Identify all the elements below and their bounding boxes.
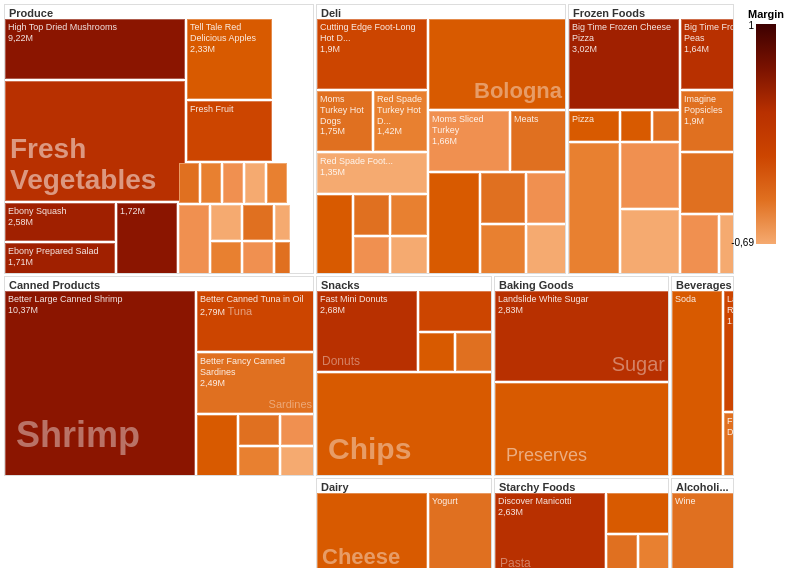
section-baking: Baking Goods Landslide White Sugar2,83M … [494, 276, 669, 476]
cell-st1[interactable] [607, 493, 669, 533]
cell-p3[interactable] [223, 163, 243, 203]
canned-title: Canned Products [9, 279, 100, 291]
cell-d3[interactable] [391, 195, 427, 235]
cell-p12[interactable] [275, 242, 290, 274]
section-snacks: Snacks Fast Mini Donuts2,68M Donuts Chip… [316, 276, 492, 476]
cell-s3[interactable] [456, 333, 492, 371]
cell-st2[interactable] [607, 535, 637, 568]
legend-area: Margin 1 -0,69 [736, 4, 796, 564]
cell-f1[interactable] [621, 111, 651, 141]
cell-pizza[interactable]: Pizza [569, 111, 619, 141]
cell-f8[interactable] [681, 215, 718, 274]
cell-flavored[interactable]: Flavored Drinks [724, 413, 734, 476]
main-container: Produce High Top Dried Mushrooms9,22M Te… [0, 0, 800, 568]
cell-p9[interactable] [211, 242, 241, 274]
cell-c5[interactable] [281, 447, 314, 476]
cell-sliced-turkey[interactable]: Moms Sliced Turkey1,66M [429, 111, 509, 171]
cell-p1[interactable] [179, 163, 199, 203]
cell-d6[interactable] [429, 173, 479, 274]
cell-chips[interactable]: Chips [317, 373, 492, 476]
cell-s2[interactable] [419, 333, 454, 371]
legend-min: -0,69 [731, 237, 754, 248]
cell-sardines[interactable]: Better Fancy Canned Sardines2,49M Sardin… [197, 353, 314, 413]
cell-sugar[interactable]: Landslide White Sugar2,83M Sugar [495, 291, 669, 381]
cell-p11[interactable] [275, 205, 290, 240]
cell-d8[interactable] [481, 225, 525, 274]
cell-salad[interactable]: Ebony Prepared Salad1,71M [5, 243, 115, 274]
cell-meats[interactable]: Meats [511, 111, 566, 171]
section-deli: Deli Cutting Edge Foot-Long Hot D...1,9M… [316, 4, 566, 274]
section-produce: Produce High Top Dried Mushrooms9,22M Te… [4, 4, 314, 274]
cell-frozen-peas[interactable]: Big Time Frozen Peas1,64M [681, 19, 734, 89]
cell-mushrooms[interactable]: High Top Dried Mushrooms9,22M [5, 19, 185, 79]
cell-cutting-edge[interactable]: Cutting Edge Foot-Long Hot D...1,9M [317, 19, 427, 89]
section-starchy: Starchy Foods Discover Manicotti2,63M Pa… [494, 478, 669, 568]
cell-produce-bottom[interactable]: 1,72M [117, 203, 177, 274]
legend-max: 1 [748, 20, 754, 31]
cell-p5[interactable] [267, 163, 287, 203]
cell-coffee[interactable]: Landslide French Roast Coffee1,57M [724, 291, 734, 411]
cell-p6[interactable] [179, 205, 209, 274]
cell-c4[interactable] [281, 415, 314, 445]
cell-f4[interactable] [621, 143, 679, 208]
cell-tuna[interactable]: Better Canned Tuna in Oil2,79M Tuna [197, 291, 314, 351]
legend-gradient [756, 24, 776, 244]
cell-p7[interactable] [211, 205, 241, 240]
cell-red-spade-turkey[interactable]: Red Spade Turkey Hot D...1,42M [374, 91, 427, 151]
cell-s1[interactable] [419, 291, 492, 331]
deli-title: Deli [321, 7, 341, 19]
cell-d9[interactable] [527, 173, 566, 223]
cell-d4[interactable] [354, 237, 389, 274]
cell-c3[interactable] [239, 447, 279, 476]
cell-yogurt[interactable]: Yogurt [429, 493, 492, 568]
section-frozen: Frozen Foods Big Time Frozen Cheese Pizz… [568, 4, 734, 274]
cell-popsicles[interactable]: Imagine Popsicles1,9M [681, 91, 734, 151]
cell-d7[interactable] [481, 173, 525, 223]
chart-area: Produce High Top Dried Mushrooms9,22M Te… [4, 4, 734, 564]
section-canned: Canned Products Better Large Canned Shri… [4, 276, 314, 476]
cell-cheese-pizza[interactable]: Big Time Frozen Cheese Pizza3,02M [569, 19, 679, 109]
cell-apples[interactable]: Tell Tale Red Delicious Apples2,33M [187, 19, 272, 99]
bot-row: Dairy Cheese Yogurt Starchy Foods Discov… [4, 478, 734, 568]
produce-title: Produce [9, 7, 53, 19]
cell-c1[interactable] [197, 415, 237, 476]
cell-d10[interactable] [527, 225, 566, 274]
cell-f6[interactable] [681, 153, 734, 213]
dairy-title: Dairy [321, 481, 349, 493]
mid-row: Canned Products Better Large Canned Shri… [4, 276, 734, 476]
cell-c2[interactable] [239, 415, 279, 445]
cell-fresh-fruit[interactable]: Fresh Fruit [187, 101, 272, 161]
legend-title: Margin [748, 8, 784, 20]
cell-d2[interactable] [354, 195, 389, 235]
cell-f5[interactable] [621, 210, 679, 274]
cell-p8[interactable] [243, 205, 273, 240]
cell-wine[interactable]: Wine [672, 493, 734, 568]
cell-shrimp[interactable]: Better Large Canned Shrimp10,37M Shrimp [5, 291, 195, 476]
cell-moms-turkey[interactable]: Moms Turkey Hot Dogs1,75M [317, 91, 372, 151]
cell-st3[interactable] [639, 535, 669, 568]
alcoholic-title: Alcoholi... [676, 481, 729, 493]
spacer-bottom-left [4, 478, 314, 568]
cell-donuts[interactable]: Fast Mini Donuts2,68M Donuts [317, 291, 417, 371]
cell-squash[interactable]: Ebony Squash2,58M [5, 203, 115, 241]
cell-red-spade-foot[interactable]: Red Spade Foot...1,35M [317, 153, 427, 193]
baking-title: Baking Goods [499, 279, 574, 291]
cell-p2[interactable] [201, 163, 221, 203]
cell-bologna[interactable]: Bologna [429, 19, 566, 109]
cell-d1[interactable] [317, 195, 352, 274]
cell-preserves[interactable]: Preserves [495, 383, 669, 476]
cell-manicotti[interactable]: Discover Manicotti2,63M Pasta [495, 493, 605, 568]
top-row: Produce High Top Dried Mushrooms9,22M Te… [4, 4, 734, 274]
cell-soda[interactable]: Soda [672, 291, 722, 476]
beverages-title: Beverages [676, 279, 732, 291]
cell-fresh-veg[interactable]: FreshVegetables [5, 81, 185, 201]
cell-p10[interactable] [243, 242, 273, 274]
cell-p4[interactable] [245, 163, 265, 203]
cell-f2[interactable] [653, 111, 679, 141]
section-dairy: Dairy Cheese Yogurt [316, 478, 492, 568]
section-alcoholic: Alcoholi... Wine [671, 478, 734, 568]
starchy-title: Starchy Foods [499, 481, 575, 493]
cell-f3[interactable] [569, 143, 619, 274]
cell-d5[interactable] [391, 237, 427, 274]
frozen-title: Frozen Foods [573, 7, 645, 19]
